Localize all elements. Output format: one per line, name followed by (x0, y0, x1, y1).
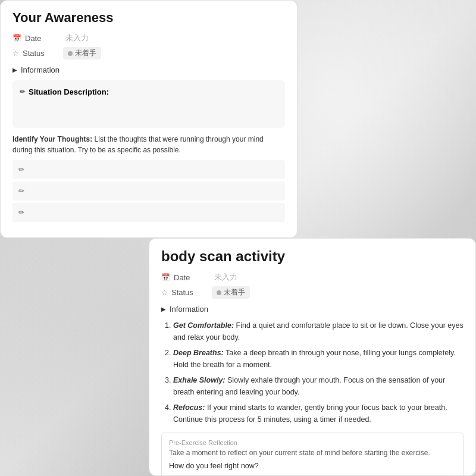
pencil-icon: ✏ (20, 88, 25, 96)
situation-title-text: Situation Description: (29, 87, 109, 96)
bs-calendar-icon: 📅 (161, 273, 170, 281)
bs-status-value: 未着手 (224, 287, 245, 298)
instruction-4: Refocus: If your mind starts to wander, … (173, 402, 464, 425)
instruction-2: Deep Breaths: Take a deep breath in thro… (173, 347, 464, 371)
status-field: ☆ Status 未着手 (12, 47, 285, 60)
star-icon: ☆ (12, 49, 19, 58)
bs-arrow-icon: ▶ (161, 306, 166, 312)
instruction-1-label: Get Comfortable: (173, 321, 234, 330)
instructions-list: Get Comfortable: Find a quiet and comfor… (161, 320, 464, 425)
bs-status-badge[interactable]: 未着手 (212, 286, 250, 299)
page-title: Your Awareness (12, 10, 285, 26)
info-toggle[interactable]: ▶ Information (12, 65, 285, 74)
instruction-3: Exhale Slowly: Slowly exhale through you… (173, 374, 464, 398)
instruction-4-text: If your mind starts to wander, gently br… (173, 403, 447, 424)
date-label: Date (25, 34, 61, 43)
thought-input-3[interactable]: ✏ (12, 203, 285, 222)
info-section: ▶ Information (12, 65, 285, 74)
thought-input-2[interactable]: ✏ (12, 181, 285, 201)
identify-thoughts-description: Identify Your Thoughts: List the thought… (12, 134, 285, 155)
bs-info-section: ▶ Information (161, 305, 464, 314)
bs-date-label: Date (174, 273, 209, 282)
date-value[interactable]: 未入力 (65, 33, 89, 43)
bs-status-dot (217, 290, 221, 295)
pencil-icon-2: ✏ (18, 187, 24, 195)
bs-star-icon: ☆ (161, 289, 168, 297)
bs-date-value[interactable]: 未入力 (214, 272, 237, 283)
card-your-awareness: Your Awareness 📅 Date 未入力 ☆ Status 未着手 ▶… (0, 0, 298, 238)
date-field: 📅 Date 未入力 (12, 33, 285, 43)
status-label: Status (23, 49, 58, 58)
status-value: 未着手 (75, 48, 96, 58)
calendar-icon: 📅 (12, 34, 21, 42)
instruction-4-label: Refocus: (173, 403, 205, 412)
situation-box: ✏ Situation Description: (12, 80, 285, 128)
pencil-icon-3: ✏ (18, 208, 24, 217)
instruction-3-label: Exhale Slowly: (173, 376, 226, 384)
instruction-2-label: Deep Breaths: (173, 349, 224, 357)
status-badge[interactable]: 未着手 (63, 47, 101, 60)
reflection-label: Pre-Exercise Reflection (169, 439, 456, 446)
bs-status-field: ☆ Status 未着手 (161, 286, 464, 299)
thought-input-1[interactable]: ✏ (12, 160, 285, 179)
situation-title: ✏ Situation Description: (20, 87, 278, 96)
pencil-icon-1: ✏ (18, 165, 24, 174)
instruction-1: Get Comfortable: Find a quiet and comfor… (173, 320, 464, 343)
bs-date-field: 📅 Date 未入力 (161, 272, 464, 283)
reflection-prompt: Take a moment to reflect on your current… (169, 449, 456, 457)
info-label: Information (21, 65, 60, 74)
status-dot (68, 51, 73, 56)
bs-info-label: Information (170, 305, 208, 314)
reflection-box: Pre-Exercise Reflection Take a moment to… (161, 433, 464, 476)
body-scan-title: body scan activity (161, 248, 464, 265)
bs-info-toggle[interactable]: ▶ Information (161, 305, 464, 314)
arrow-icon: ▶ (12, 67, 17, 73)
reflection-question: How do you feel right now? (169, 462, 456, 470)
identify-bold: Identify Your Thoughts: (12, 135, 92, 143)
bs-status-label: Status (171, 288, 207, 297)
card-body-scan: body scan activity 📅 Date 未入力 ☆ Status 未… (149, 238, 476, 476)
